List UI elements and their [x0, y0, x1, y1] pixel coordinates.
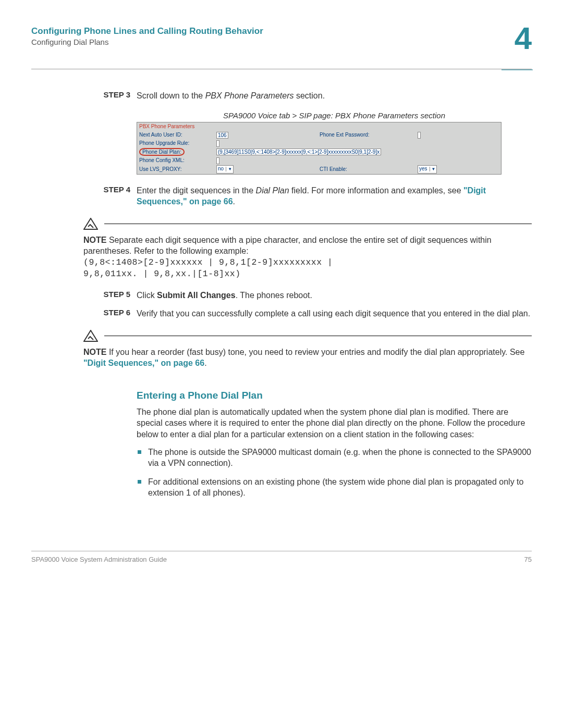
step-text: Click: [137, 291, 157, 300]
footer-rule: [31, 551, 532, 551]
step-text: Enter the digit sequences in the: [137, 186, 256, 195]
step-text: field. For more information and examples…: [289, 186, 463, 195]
ss-input: [216, 140, 219, 147]
ss-label: Phone Upgrade Rule:: [137, 139, 215, 147]
chapter-underline: [501, 69, 533, 70]
note-text: NOTE If you hear a reorder (fast busy) t…: [83, 347, 532, 369]
ss-input: [418, 132, 421, 139]
note-body: .: [204, 359, 206, 367]
step-body: Click Submit All Changes. The phones reb…: [137, 290, 532, 301]
list-item: For additional extensions on an existing…: [137, 476, 532, 499]
ss-input: [216, 157, 219, 164]
ss-label: Phone Config XML:: [137, 156, 215, 165]
step-text-bold: Submit All Changes: [157, 291, 236, 300]
step-text-em: Dial Plan: [256, 186, 289, 195]
chapter-number: 4: [515, 26, 532, 51]
chapter-subtitle: Configuring Dial Plans: [31, 38, 263, 46]
step-text-em: PBX Phone Parameters: [205, 91, 294, 100]
page-header: Configuring Phone Lines and Calling Rout…: [31, 26, 532, 57]
pbx-parameters-screenshot: PBX Phone Parameters Next Auto User ID: …: [137, 122, 501, 175]
step-text: .: [233, 197, 235, 206]
note-body: If you hear a reorder (fast busy) tone, …: [109, 348, 524, 356]
step-text: . The phones reboot.: [236, 291, 312, 300]
header-rule: [31, 69, 532, 69]
code-example: (9,8<:1408>[2-9]xxxxxx | 9,8,1[2-9]xxxxx…: [83, 257, 532, 280]
step-text: Scroll down to the: [137, 91, 205, 100]
step-label: STEP 3: [83, 90, 137, 102]
note-body: Separate each digit sequence with a pipe…: [83, 236, 492, 256]
step-label: STEP 5: [83, 290, 137, 301]
ss-input: 106: [216, 132, 228, 139]
page-number: 75: [524, 556, 532, 563]
ss-label: CTI Enable:: [317, 165, 415, 175]
code-line: (9,8<:1408>[2-9]xxxxxx | 9,8,1[2-9]xxxxx…: [83, 257, 532, 268]
ss-select: yes▼: [418, 165, 437, 174]
step-text: section.: [294, 91, 325, 100]
ss-label-highlighted: Phone Dial Plan:: [139, 148, 185, 156]
ss-label: Phone Ext Password:: [317, 131, 415, 139]
step-body: Enter the digit sequences in the Dial Pl…: [137, 185, 532, 207]
list-item: The phone is outside the SPA9000 multica…: [137, 447, 532, 469]
page-footer: SPA9000 Voice System Administration Guid…: [31, 556, 532, 563]
note-icon: [83, 330, 98, 342]
step-body: Verify that you can successfully complet…: [137, 308, 532, 319]
page-link[interactable]: "Digit Sequences," on page 66: [83, 359, 204, 367]
ss-input: (9,[3469]11S0|9,<:1408>[2-9]xxxxxx|9,<:1…: [216, 149, 381, 155]
body-paragraph: The phone dial plan is automatically upd…: [137, 406, 532, 440]
note-icon: [83, 218, 98, 230]
note-divider: [104, 224, 532, 224]
chapter-title: Configuring Phone Lines and Calling Rout…: [31, 26, 263, 36]
ss-section-title: PBX Phone Parameters: [137, 122, 501, 131]
code-line: 9,8,011xx. | 9,8,xx.|[1-8]xx): [83, 268, 532, 280]
note-label: NOTE: [83, 348, 106, 356]
ss-select: no▼: [216, 165, 234, 174]
note-text: NOTE Separate each digit sequence with a…: [83, 235, 532, 280]
step-label: STEP 6: [83, 308, 137, 319]
step-label: STEP 4: [83, 185, 137, 207]
svg-marker-1: [84, 330, 97, 341]
footer-left: SPA9000 Voice System Administration Guid…: [31, 556, 167, 563]
subsection-heading: Entering a Phone Dial Plan: [137, 390, 532, 401]
screenshot-caption: SPA9000 Voice tab > SIP page: PBX Phone …: [137, 111, 532, 120]
svg-marker-0: [84, 218, 97, 229]
ss-label: Use LVS_PROXY:: [137, 165, 215, 175]
step-body: Scroll down to the PBX Phone Parameters …: [137, 90, 532, 102]
ss-label: Next Auto User ID:: [137, 131, 215, 139]
note-divider: [104, 336, 532, 336]
note-label: NOTE: [83, 236, 106, 244]
